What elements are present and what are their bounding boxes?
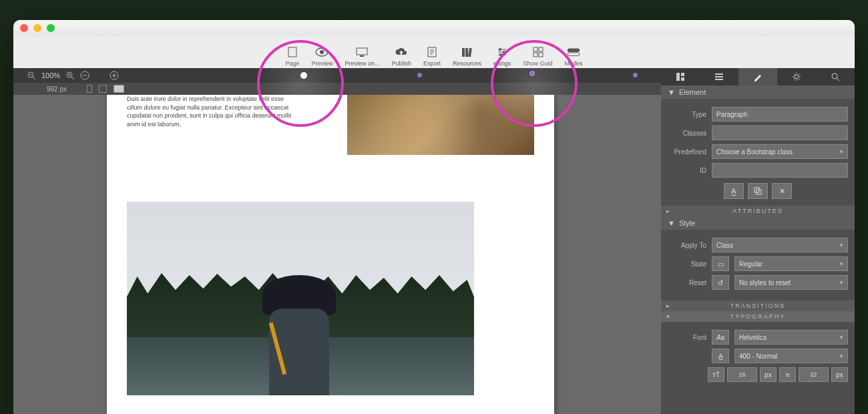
typography-body: FontAaHelvetica A̲400 - Normal тT 16 px … xyxy=(661,322,855,389)
svg-point-36 xyxy=(795,75,799,79)
resources-button[interactable]: Resources xyxy=(453,45,481,67)
svg-rect-4 xyxy=(360,55,364,57)
svg-rect-16 xyxy=(568,49,580,52)
inspector-panel: ▼ Element TypeParagraph Classes Predefin… xyxy=(661,68,855,414)
lineheight-field[interactable]: 22 xyxy=(799,367,829,382)
svg-line-22 xyxy=(71,77,74,79)
tab-search[interactable] xyxy=(816,68,855,85)
show-guides-button[interactable]: Show Guid xyxy=(523,45,553,67)
svg-rect-13 xyxy=(539,47,543,51)
svg-rect-3 xyxy=(357,48,367,55)
svg-rect-6 xyxy=(462,48,465,57)
id-field[interactable] xyxy=(712,163,848,178)
svg-rect-31 xyxy=(681,73,684,76)
preview-on-button[interactable]: Preview on... xyxy=(345,45,379,67)
weight-select[interactable]: 400 - Normal xyxy=(734,349,848,363)
zoom-in-icon[interactable] xyxy=(65,71,75,80)
delete-button[interactable]: ✕ xyxy=(772,183,792,199)
zoom-level: 100% xyxy=(41,71,60,79)
svg-point-37 xyxy=(832,73,837,79)
panel-tabs xyxy=(661,68,855,85)
image-jacket[interactable] xyxy=(347,95,534,155)
page-document[interactable]: Duis aute irure dolor in reprehenderit i… xyxy=(107,95,554,414)
publish-button[interactable]: Publish xyxy=(391,45,411,67)
svg-rect-14 xyxy=(533,53,537,57)
zoom-out-icon[interactable] xyxy=(27,71,36,80)
classes-field[interactable] xyxy=(712,126,848,140)
settings-button[interactable]: ettings xyxy=(493,45,511,67)
font-label: Font xyxy=(668,334,706,341)
style-section-header[interactable]: ▼ Style xyxy=(661,216,855,230)
svg-point-11 xyxy=(499,53,502,56)
breakpoint-marker-lg[interactable] xyxy=(633,73,638,77)
type-field[interactable]: Paragraph xyxy=(712,107,848,122)
reset-icon[interactable]: ↺ xyxy=(712,275,729,290)
svg-rect-32 xyxy=(681,77,684,81)
zoom-controls: 100% xyxy=(27,71,119,80)
svg-point-2 xyxy=(320,50,324,54)
attributes-strip[interactable]: ▸ATTRIBUTES xyxy=(661,206,855,216)
export-icon xyxy=(425,45,439,59)
fontsize-field[interactable]: 16 xyxy=(727,367,757,382)
show-guides-label: Show Guid xyxy=(523,60,553,67)
svg-rect-30 xyxy=(676,73,680,81)
modes-label: Modes xyxy=(565,60,583,67)
duplicate-button[interactable] xyxy=(748,183,768,199)
eye-icon xyxy=(315,45,329,59)
export-button[interactable]: Export xyxy=(423,45,441,67)
preview-button[interactable]: Preview xyxy=(311,45,333,67)
svg-point-10 xyxy=(503,51,505,53)
text-style-button[interactable]: A̲ xyxy=(724,183,744,199)
books-icon xyxy=(461,45,474,59)
state-icon[interactable]: ▭ xyxy=(712,256,729,271)
window-minimize-button[interactable] xyxy=(33,24,41,32)
tab-settings[interactable] xyxy=(777,68,816,85)
page-icon xyxy=(286,45,299,59)
preview-label: Preview xyxy=(311,60,333,67)
main-toolbar: Page Preview Preview on... Publish Expor… xyxy=(13,36,855,68)
zoom-minus-icon[interactable] xyxy=(80,71,89,80)
device-icons xyxy=(87,85,124,93)
transitions-strip[interactable]: ▸TRANSITIONS xyxy=(661,300,855,311)
predefined-label: Predefined xyxy=(668,148,706,156)
toggle-icon xyxy=(567,45,580,59)
desktop-icon[interactable] xyxy=(114,85,124,93)
tablet-icon[interactable] xyxy=(99,85,107,93)
font-select[interactable]: Helvetica xyxy=(734,330,848,345)
state-select[interactable]: Regular xyxy=(734,256,848,271)
fontsize-unit[interactable]: px xyxy=(760,367,777,382)
tab-layout[interactable] xyxy=(661,68,700,85)
style-section: ▼ Style Apply ToClass State▭Regular Rese… xyxy=(661,216,855,300)
zoom-plus-icon[interactable] xyxy=(110,71,119,80)
applyto-select[interactable]: Class xyxy=(712,238,848,252)
lineheight-unit[interactable]: px xyxy=(831,367,848,382)
id-label: ID xyxy=(668,167,706,174)
tab-list[interactable] xyxy=(700,68,738,85)
breakpoint-marker-xs[interactable] xyxy=(300,72,307,79)
lorem-paragraph[interactable]: Duis aute irure dolor in reprehenderit i… xyxy=(127,95,294,128)
app-window: Page Preview Preview on... Publish Expor… xyxy=(13,20,855,414)
breakpoint-marker-md-active[interactable] xyxy=(529,71,535,76)
state-label: State xyxy=(668,260,706,268)
window-close-button[interactable] xyxy=(20,24,28,32)
type-label: Type xyxy=(668,111,706,118)
canvas[interactable]: Duis aute irure dolor in reprehenderit i… xyxy=(13,95,661,414)
typography-strip[interactable]: ▾TYPOGRAPHY xyxy=(661,311,855,322)
cloud-up-icon xyxy=(395,45,408,59)
breakpoint-marker-sm[interactable] xyxy=(417,73,422,77)
tab-style[interactable] xyxy=(738,68,777,85)
phone-icon[interactable] xyxy=(87,85,92,93)
svg-rect-0 xyxy=(288,47,296,57)
canvas-width-label: 992 px xyxy=(47,85,67,93)
reset-label: Reset xyxy=(668,279,706,286)
monitor-icon xyxy=(355,45,369,59)
reset-select[interactable]: No styles to reset xyxy=(734,275,848,290)
export-label: Export xyxy=(423,60,441,67)
preview-on-label: Preview on... xyxy=(345,60,379,67)
page-menu-button[interactable]: Page xyxy=(285,45,299,67)
predefined-select[interactable]: Choose a Bootstrap class xyxy=(712,144,848,159)
modes-button[interactable]: Modes xyxy=(565,45,583,67)
element-section-header[interactable]: ▼ Element xyxy=(661,85,855,99)
image-forest-person[interactable] xyxy=(127,202,474,395)
window-zoom-button[interactable] xyxy=(47,24,55,32)
